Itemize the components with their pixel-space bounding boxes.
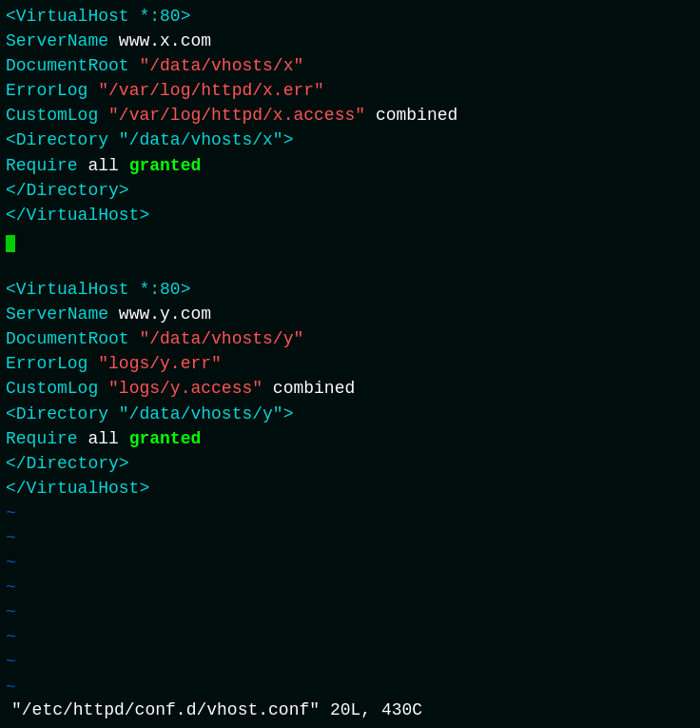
status-filename: "/etc/httpd/conf.d/vhost.conf" bbox=[11, 700, 320, 719]
line-cursor bbox=[6, 227, 694, 252]
tilde-line-1: ~ bbox=[6, 501, 694, 525]
tilde-line-5: ~ bbox=[6, 600, 694, 624]
status-bar: "/etc/httpd/conf.d/vhost.conf" 20L, 430C bbox=[6, 696, 694, 724]
status-info: 20L, 430C bbox=[330, 700, 422, 719]
line-virtualhost1-close: </VirtualHost> bbox=[6, 203, 694, 227]
line-errorlog2: ErrorLog "logs/y.err" bbox=[6, 351, 694, 376]
line-customlog2: CustomLog "logs/y.access" combined bbox=[6, 376, 694, 401]
terminal-window: <VirtualHost *:80> ServerName www.x.com … bbox=[0, 0, 700, 728]
line-errorlog1: ErrorLog "/var/log/httpd/x.err" bbox=[6, 78, 694, 103]
line-require2: Require all granted bbox=[6, 426, 694, 451]
line-directory1-open: <Directory "/data/vhosts/x"> bbox=[6, 128, 694, 152]
line-directory2-open: <Directory "/data/vhosts/y"> bbox=[6, 402, 694, 426]
line-empty bbox=[6, 252, 694, 277]
cursor-block bbox=[6, 235, 15, 252]
line-directory1-close: </Directory> bbox=[6, 178, 694, 203]
tilde-line-6: ~ bbox=[6, 624, 694, 649]
tilde-line-4: ~ bbox=[6, 575, 694, 600]
code-editor: <VirtualHost *:80> ServerName www.x.com … bbox=[6, 4, 694, 696]
line-documentroot2: DocumentRoot "/data/vhosts/y" bbox=[6, 326, 694, 351]
line-virtualhost2-open: <VirtualHost *:80> bbox=[6, 277, 694, 302]
line-directory2-close: </Directory> bbox=[6, 451, 694, 476]
line-servername1: ServerName www.x.com bbox=[6, 29, 694, 53]
line-customlog1: CustomLog "/var/log/httpd/x.access" comb… bbox=[6, 103, 694, 128]
line-virtualhost1-open: <VirtualHost *:80> bbox=[6, 4, 694, 29]
tilde-line-2: ~ bbox=[6, 525, 694, 550]
line-require1: Require all granted bbox=[6, 153, 694, 178]
tilde-line-8: ~ bbox=[6, 675, 694, 696]
tilde-line-3: ~ bbox=[6, 550, 694, 575]
line-servername2: ServerName www.y.com bbox=[6, 302, 694, 326]
line-documentroot1: DocumentRoot "/data/vhosts/x" bbox=[6, 53, 694, 78]
tilde-line-7: ~ bbox=[6, 649, 694, 674]
line-virtualhost2-close: </VirtualHost> bbox=[6, 476, 694, 501]
